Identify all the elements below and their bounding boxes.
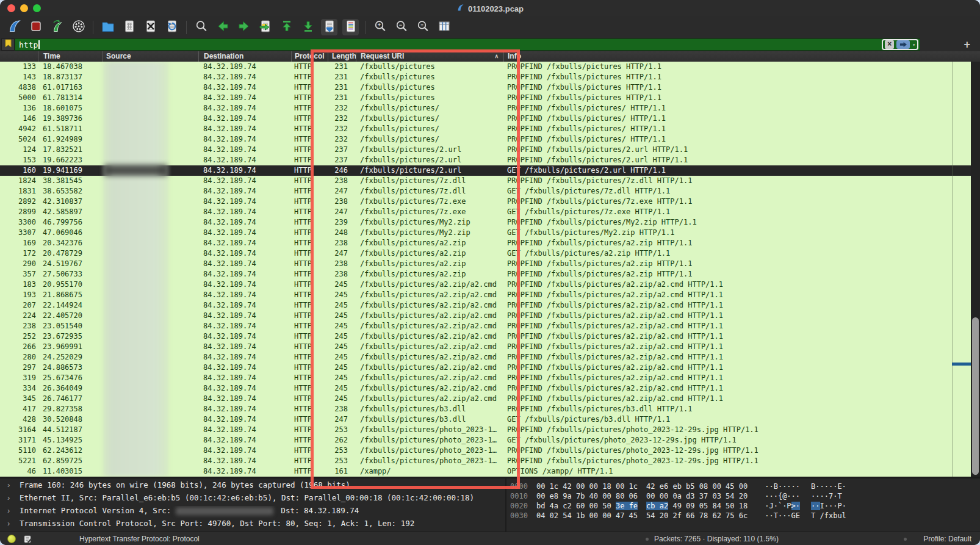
expander-chevron-icon[interactable]: › bbox=[7, 519, 20, 528]
packet-row[interactable]: 16920.34237684.32.189.74HTTP238/fxbulls/… bbox=[0, 238, 980, 248]
filter-apply-button[interactable] bbox=[896, 40, 910, 49]
filter-clear-button[interactable]: × bbox=[885, 40, 894, 49]
column-header-destination[interactable]: Destination bbox=[198, 51, 291, 62]
minimize-window-button[interactable] bbox=[20, 4, 28, 12]
packet-row[interactable]: 34526.74617784.32.189.74HTTP245/fxbulls/… bbox=[0, 394, 980, 404]
packet-row[interactable]: 483861.01716384.32.189.74HTTP231/fxbulls… bbox=[0, 82, 980, 93]
restart-capture-button[interactable] bbox=[49, 19, 65, 35]
packet-row[interactable]: 35727.50673384.32.189.74HTTP238/fxbulls/… bbox=[0, 269, 980, 280]
packet-row[interactable]: 19321.86867584.32.189.74HTTP245/fxbulls/… bbox=[0, 290, 980, 300]
packet-row[interactable]: 29724.88657384.32.189.74HTTP245/fxbulls/… bbox=[0, 363, 980, 373]
detail-tree-row[interactable]: ›Internet Protocol Version 4, Src:Dst: 8… bbox=[0, 506, 505, 519]
filter-add-button[interactable]: + bbox=[964, 38, 970, 51]
packet-row[interactable]: 25223.67293584.32.189.74HTTP245/fxbulls/… bbox=[0, 331, 980, 342]
profile-status[interactable]: Profile: Default bbox=[923, 535, 971, 543]
packet-row[interactable]: 183138.65358284.32.189.74HTTP247/fxbulls… bbox=[0, 186, 980, 197]
packet-list-scrollbar[interactable] bbox=[971, 62, 980, 477]
hex-dump-row[interactable]: 000000 1c 42 00 00 18 00 1c42 e6 eb b5 0… bbox=[510, 482, 980, 491]
expander-chevron-icon[interactable]: › bbox=[7, 481, 20, 489]
status-bar: Hypertext Transfer Protocol: Protocol Pa… bbox=[0, 532, 980, 545]
cell-request-uri: /fxbulls/pictures/a2.zip/a2.cmd bbox=[356, 290, 503, 300]
packet-row[interactable]: 18320.95517084.32.189.74HTTP245/fxbulls/… bbox=[0, 280, 980, 290]
hex-dump-row[interactable]: 001000 e8 9a 7b 40 00 80 0600 00 0a d3 3… bbox=[510, 491, 980, 501]
packet-row[interactable]: 330046.79975684.32.189.74HTTP239/fxbulls… bbox=[0, 217, 980, 228]
filter-bookmark-button[interactable] bbox=[1, 38, 15, 51]
packet-row[interactable]: 511062.24361284.32.189.74HTTP253/fxbulls… bbox=[0, 446, 980, 456]
go-last-packet-button[interactable] bbox=[300, 19, 316, 35]
expander-chevron-icon[interactable]: › bbox=[7, 494, 20, 502]
column-header-protocol[interactable]: Protocol bbox=[291, 51, 328, 62]
go-back-button[interactable] bbox=[214, 19, 231, 35]
go-first-packet-button[interactable] bbox=[278, 19, 295, 35]
go-forward-button[interactable] bbox=[236, 19, 252, 35]
cell-time: 47.069046 bbox=[38, 228, 102, 238]
zoom-in-button[interactable]: + bbox=[372, 19, 388, 35]
packet-row[interactable]: 41729.82735884.32.189.74HTTP238/fxbulls/… bbox=[0, 404, 980, 414]
column-header-no[interactable] bbox=[0, 51, 38, 62]
display-filter-input[interactable]: http × ▾ bbox=[15, 38, 920, 51]
filter-dropdown-button[interactable]: ▾ bbox=[912, 42, 915, 48]
packet-row[interactable]: 522162.85972584.32.189.74HTTP253/fxbulls… bbox=[0, 456, 980, 466]
stop-capture-button[interactable] bbox=[27, 19, 44, 35]
packet-row[interactable]: 15319.66222384.32.189.74HTTP237/fxbulls/… bbox=[0, 155, 980, 165]
open-file-button[interactable] bbox=[99, 19, 116, 35]
packet-row[interactable]: 502461.92498984.32.189.74HTTP232/fxbulls… bbox=[0, 134, 980, 145]
capture-comment-button[interactable] bbox=[24, 535, 32, 545]
detail-tree-row[interactable]: ›Transmission Control Protocol, Src Port… bbox=[0, 519, 505, 532]
start-capture-button[interactable] bbox=[6, 19, 23, 35]
packet-row[interactable]: 17220.47872984.32.189.74HTTP247/fxbulls/… bbox=[0, 248, 980, 259]
colorize-packets-button[interactable] bbox=[342, 19, 359, 35]
packet-row[interactable]: 31925.67347684.32.189.74HTTP245/fxbulls/… bbox=[0, 373, 980, 383]
packet-row[interactable]: 494261.51871184.32.189.74HTTP232/fxbulls… bbox=[0, 124, 980, 134]
expert-info-button[interactable] bbox=[7, 535, 16, 543]
zoom-out-button[interactable]: − bbox=[393, 19, 409, 35]
packet-row[interactable]: 316444.51218784.32.189.74HTTP253/fxbulls… bbox=[0, 425, 980, 435]
packet-row[interactable]: 13318.46703884.32.189.74HTTP231/fxbulls/… bbox=[0, 62, 980, 72]
column-header-length[interactable]: Length bbox=[328, 51, 356, 62]
packet-row[interactable]: 26623.96999184.32.189.74HTTP245/fxbulls/… bbox=[0, 342, 980, 352]
packet-row[interactable]: 12417.83252184.32.189.74HTTP237/fxbulls/… bbox=[0, 145, 980, 155]
packet-row[interactable]: 13618.60107584.32.189.74HTTP232/fxbulls/… bbox=[0, 103, 980, 114]
column-header-request-uri[interactable]: Request URI∧ bbox=[356, 51, 503, 62]
packet-row[interactable]: 22422.40572084.32.189.74HTTP245/fxbulls/… bbox=[0, 311, 980, 321]
scrollbar-thumb[interactable] bbox=[972, 317, 979, 475]
packet-row[interactable]: 289242.31083784.32.189.74HTTP238/fxbulls… bbox=[0, 197, 980, 207]
packet-row[interactable]: 4611.40301584.32.189.74HTTP161/xampp/OPT… bbox=[0, 466, 980, 477]
packet-row[interactable]: 330747.06904684.32.189.74HTTP248/fxbulls… bbox=[0, 228, 980, 238]
detail-tree-row[interactable]: ›Ethernet II, Src: Parallel_e6:eb:b5 (00… bbox=[0, 493, 505, 506]
zoom-window-button[interactable] bbox=[33, 4, 41, 12]
auto-scroll-button[interactable] bbox=[321, 19, 337, 35]
resize-columns-button[interactable] bbox=[436, 19, 452, 35]
packet-row[interactable]: 42830.52084884.32.189.74HTTP247/fxbulls/… bbox=[0, 414, 980, 425]
cell-time: 20.342376 bbox=[38, 238, 102, 248]
packet-row[interactable]: 14619.38973684.32.189.74HTTP232/fxbulls/… bbox=[0, 114, 980, 124]
reload-file-button[interactable] bbox=[164, 19, 180, 35]
zoom-100-button[interactable]: = bbox=[414, 19, 431, 35]
hex-dump-row[interactable]: 003004 02 54 1b 00 00 47 4554 20 2f 66 7… bbox=[510, 511, 980, 521]
packet-row[interactable]: 28024.25202984.32.189.74HTTP245/fxbulls/… bbox=[0, 352, 980, 363]
close-window-button[interactable] bbox=[7, 4, 15, 12]
detail-tree-row[interactable]: ›Frame 160: 246 bytes on wire (1968 bits… bbox=[0, 480, 505, 493]
save-file-button[interactable] bbox=[121, 19, 137, 35]
packet-row[interactable]: 29024.51976784.32.189.74HTTP238/fxbulls/… bbox=[0, 259, 980, 269]
packet-row[interactable]: 20722.14492484.32.189.74HTTP245/fxbulls/… bbox=[0, 300, 980, 311]
find-packet-button[interactable] bbox=[193, 19, 209, 35]
packet-row[interactable]: 182438.38154584.32.189.74HTTP238/fxbulls… bbox=[0, 176, 980, 186]
packet-row[interactable]: 14318.87313784.32.189.74HTTP231/fxbulls/… bbox=[0, 72, 980, 82]
packet-row[interactable]: 16019.94116984.32.189.74HTTP246/fxbulls/… bbox=[0, 165, 980, 176]
packet-row[interactable]: 317145.13492584.32.189.74HTTP262/fxbulls… bbox=[0, 435, 980, 446]
hex-dump-row[interactable]: 0020bd 4a c2 60 00 50 3e fecb a2 49 09 0… bbox=[510, 501, 980, 511]
expander-chevron-icon[interactable]: › bbox=[7, 507, 20, 515]
column-header-source[interactable]: Source bbox=[102, 51, 198, 62]
cell-source bbox=[102, 394, 198, 404]
packet-row[interactable]: 500061.78131484.32.189.74HTTP231/fxbulls… bbox=[0, 93, 980, 103]
go-to-packet-button[interactable] bbox=[257, 19, 273, 35]
capture-options-button[interactable] bbox=[70, 19, 87, 35]
toolbar-separator bbox=[365, 21, 366, 34]
packet-row[interactable]: 23823.05154084.32.189.74HTTP245/fxbulls/… bbox=[0, 321, 980, 331]
packet-row[interactable]: 289942.58589784.32.189.74HTTP247/fxbulls… bbox=[0, 207, 980, 217]
column-header-time[interactable]: Time bbox=[38, 51, 102, 62]
column-header-info[interactable]: Info bbox=[503, 51, 980, 62]
close-file-button[interactable] bbox=[142, 19, 159, 35]
packet-row[interactable]: 33426.36404984.32.189.74HTTP245/fxbulls/… bbox=[0, 383, 980, 394]
